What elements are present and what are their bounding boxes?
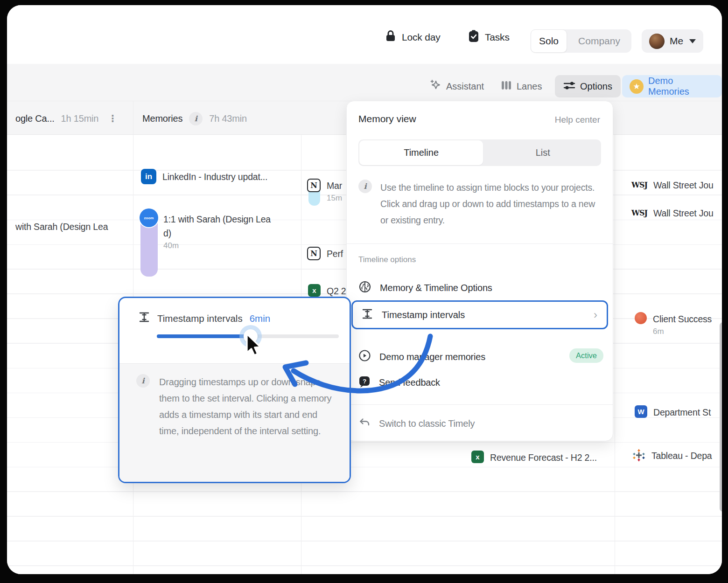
info-icon: i xyxy=(358,180,372,193)
excel-icon: x xyxy=(471,451,484,463)
tableau-icon xyxy=(632,449,645,464)
menu-item-send-feedback[interactable]: ? Send feedback xyxy=(358,375,440,390)
calendar-column-title: ogle Ca... xyxy=(15,113,55,124)
chevron-right-icon: › xyxy=(594,308,597,321)
interval-icon xyxy=(361,308,373,322)
timeline-options-label: Timeline options xyxy=(358,255,416,264)
memory-entry[interactable]: N Mar 15m xyxy=(307,179,348,203)
memories-column-title: Memories xyxy=(142,113,182,124)
tasks-label: Tasks xyxy=(485,32,510,43)
popover-title: Timestamp intervals xyxy=(157,313,243,324)
avatar xyxy=(649,34,665,49)
panel-title: Memory view xyxy=(358,113,416,125)
tasks-button[interactable]: Tasks xyxy=(468,30,510,45)
menu-item-label: Memory & Timeline Options xyxy=(380,283,492,293)
kebab-menu-icon[interactable]: ⋮ xyxy=(108,113,117,124)
demo-memories-button[interactable]: ★ Demo Memories xyxy=(622,75,722,97)
top-bar: Lock day Tasks Solo Company Me xyxy=(7,5,722,64)
memory-entry[interactable]: 1:1 with Sarah (Design Lea d) 40m xyxy=(163,212,271,250)
feedback-icon: ? xyxy=(358,375,371,390)
memory-entry[interactable]: W Department St xyxy=(635,405,719,419)
lanes-icon xyxy=(501,80,512,93)
menu-item-switch-classic[interactable]: Switch to classic Timely xyxy=(358,416,475,431)
word-icon: W xyxy=(635,405,647,418)
memory-entry[interactable]: WSJ Wall Street Jou xyxy=(631,206,722,220)
lanes-button[interactable]: Lanes xyxy=(501,76,542,97)
undo-icon xyxy=(358,416,371,431)
interval-icon xyxy=(138,311,150,326)
memories-column-header: Memories i 7h 43min xyxy=(142,110,247,127)
interval-value: 6min xyxy=(250,313,270,324)
me-label: Me xyxy=(670,35,683,47)
interval-slider[interactable] xyxy=(157,334,339,338)
divider xyxy=(347,404,613,405)
memory-view-panel: Memory view Help center Timeline List i … xyxy=(346,101,613,441)
memory-entry-title: Client Success xyxy=(653,312,721,326)
wsj-icon: WSJ xyxy=(631,206,647,220)
toggle-company[interactable]: Company xyxy=(567,35,631,47)
client-success-icon xyxy=(635,312,647,324)
memory-entry[interactable]: WSJ Wall Street Jou xyxy=(631,178,722,192)
menu-item-demo-manager[interactable]: Demo manager memories xyxy=(358,349,485,364)
lock-day-label: Lock day xyxy=(402,32,440,43)
demo-memories-label: Demo Memories xyxy=(648,76,714,97)
sliders-icon xyxy=(563,80,575,93)
memory-entry[interactable]: N Perf xyxy=(307,247,348,261)
memory-entry-duration: 6m xyxy=(653,327,721,336)
calendar-column-header: ogle Ca... 1h 15min ⋮ xyxy=(15,110,117,127)
memory-entry-title: Wall Street Jou xyxy=(653,178,722,192)
info-icon: i xyxy=(136,374,150,388)
chevron-down-icon xyxy=(689,39,696,43)
menu-item-label: Demo manager memories xyxy=(379,352,485,362)
memory-entry-title: d) xyxy=(163,226,271,240)
toggle-solo[interactable]: Solo xyxy=(531,29,567,53)
lock-day-button[interactable]: Lock day xyxy=(385,30,440,44)
memory-entry-duration: 40m xyxy=(163,241,271,250)
menu-item-timestamp-intervals[interactable]: Timestamp intervals › xyxy=(351,300,608,329)
sparkle-icon xyxy=(429,79,441,94)
memory-entry[interactable]: x Q2 2 xyxy=(308,284,347,298)
svg-text:?: ? xyxy=(363,378,366,385)
scrollbar[interactable] xyxy=(720,322,722,512)
info-icon[interactable]: i xyxy=(189,112,203,125)
popover-info-text: Dragging timestamps up or down snaps the… xyxy=(159,374,333,439)
tab-timeline[interactable]: Timeline xyxy=(359,140,483,165)
excel-icon: x xyxy=(308,284,321,297)
memory-entry-title: Revenue Forecast - H2 2... xyxy=(490,451,607,465)
help-center-link[interactable]: Help center xyxy=(555,115,600,125)
linkedin-icon: in xyxy=(141,169,156,184)
menu-item-memory-options[interactable]: Memory & Timeline Options xyxy=(358,280,492,296)
memory-entry-title: Q2 2 xyxy=(327,284,347,298)
brain-icon xyxy=(358,280,371,296)
memory-entry[interactable]: x Revenue Forecast - H2 2... xyxy=(471,451,607,465)
slider-fill xyxy=(157,334,250,338)
divider xyxy=(347,243,613,244)
slider-thumb[interactable] xyxy=(244,329,258,343)
notion-icon: N xyxy=(307,179,321,192)
memory-entry-title: Mar xyxy=(327,179,348,193)
app-window: Lock day Tasks Solo Company Me Assistant xyxy=(7,5,722,574)
tab-list[interactable]: List xyxy=(484,139,601,166)
calendar-event[interactable]: with Sarah (Design Lea xyxy=(15,220,132,234)
assistant-button[interactable]: Assistant xyxy=(429,76,484,97)
active-badge: Active xyxy=(569,348,603,363)
calendar-event-title: with Sarah (Design Lea xyxy=(15,220,132,234)
lock-icon xyxy=(385,30,396,44)
solo-company-toggle: Solo Company xyxy=(531,29,631,53)
menu-item-label: Send feedback xyxy=(379,377,440,388)
me-menu-button[interactable]: Me xyxy=(642,29,703,53)
memory-entry-duration: 15m xyxy=(327,194,348,203)
memory-entry[interactable]: Client Success 6m xyxy=(635,312,721,336)
panel-info: i Use the timeline to assign time blocks… xyxy=(358,180,601,229)
panel-info-text: Use the timeline to assign time blocks t… xyxy=(380,180,601,229)
memory-entry[interactable]: Tableau - Depa xyxy=(632,449,718,464)
wsj-icon: WSJ xyxy=(631,178,647,192)
memory-entry-title: 1:1 with Sarah (Design Lea xyxy=(163,212,271,226)
memory-entry[interactable]: in LinkedIn - Industry updat... xyxy=(141,169,267,184)
options-button[interactable]: Options xyxy=(555,75,621,97)
calendar-column-duration: 1h 15min xyxy=(61,113,99,124)
timestamp-intervals-popover: Timestamp intervals 6min i Dragging time… xyxy=(118,297,351,483)
memory-entry-title: Wall Street Jou xyxy=(653,206,722,220)
popover-info-section: i Dragging timestamps up or down snaps t… xyxy=(119,363,350,482)
menu-item-label: Switch to classic Timely xyxy=(379,418,475,429)
